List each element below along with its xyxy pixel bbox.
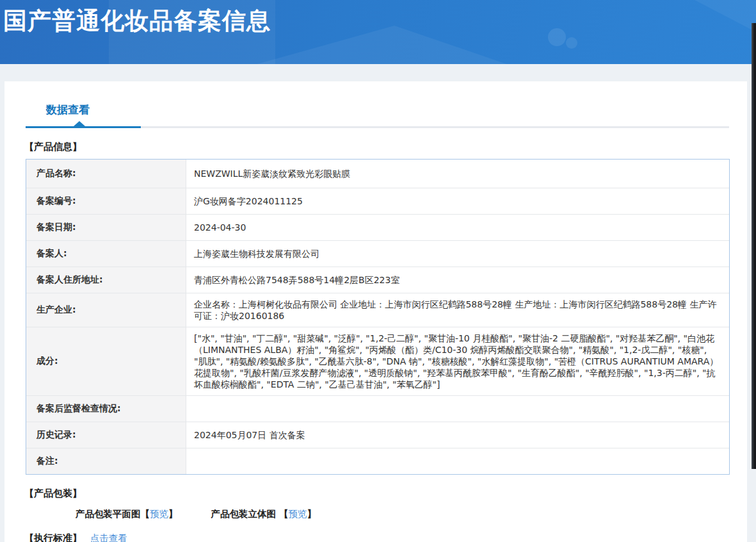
table-row: 备注: — [26, 448, 729, 474]
tab-data-view[interactable]: 数据查看 — [46, 103, 90, 117]
section-title-standard: 【执行标准】 — [24, 532, 82, 542]
packaging-line: 产品包装平面图【预览】产品包装立体图 【预览】 — [76, 508, 747, 520]
table-row: 生产企业: 企业名称：上海柯树化妆品有限公司 企业地址：上海市闵行区纪鹤路588… — [26, 293, 729, 327]
row-label: 备案人: — [26, 241, 186, 267]
scrollbar-thumb[interactable] — [752, 23, 756, 469]
header-decoration-dot — [566, 37, 577, 49]
row-value: ["水", "甘油", "丁二醇", "甜菜碱", "泛醇", "1,2-己二醇… — [186, 327, 729, 395]
header-decoration — [654, 0, 756, 32]
row-value: 企业名称：上海柯树化妆品有限公司 企业地址：上海市闵行区纪鹤路588号28幢 生… — [186, 293, 729, 327]
row-label: 成分: — [26, 327, 186, 395]
row-label: 备案人住所地址: — [26, 267, 186, 293]
product-info-table: 产品名称: NEWZWILL新姿葳淡纹紧致光彩眼贴膜 备案编号: 沪G妆网备字2… — [26, 159, 730, 475]
page-header: 国产普通化妆品备案信息 — [0, 0, 756, 64]
table-row: 备案编号: 沪G妆网备字2024011125 — [26, 188, 729, 214]
packaging-stereo-label: 产品包装立体图 — [211, 509, 280, 519]
row-value: 2024年05月07日 首次备案 — [186, 422, 729, 448]
tab-bar: 数据查看 — [4, 103, 747, 117]
bracket-open: 【 — [141, 509, 150, 519]
row-label: 产品名称: — [26, 160, 186, 188]
row-value: 青浦区外青松公路7548弄588号14幢2层B区223室 — [186, 267, 729, 293]
section-title-product-info: 【产品信息】 — [24, 141, 747, 153]
row-label: 历史记录: — [26, 422, 186, 448]
tab-active-indicator — [26, 126, 141, 128]
standard-view-link[interactable]: 点击查看 — [90, 533, 127, 542]
section-title-packaging: 【产品包装】 — [24, 488, 747, 500]
tab-indicator-triangle — [74, 121, 85, 126]
table-row: 成分: ["水", "甘油", "丁二醇", "甜菜碱", "泛醇", "1,2… — [26, 327, 729, 395]
packaging-flat-preview-link[interactable]: 预览 — [150, 509, 168, 519]
page-title: 国产普通化妆品备案信息 — [3, 5, 271, 37]
content-card: 数据查看 【产品信息】 产品名称: NEWZWILL新姿葳淡纹紧致光彩眼贴膜 备… — [4, 81, 747, 542]
packaging-stereo-preview-link[interactable]: 预览 — [289, 509, 307, 519]
table-row: 备案人: 上海姿葳生物科技发展有限公司 — [26, 240, 729, 267]
bracket-open: 【 — [279, 509, 289, 519]
row-label: 备案日期: — [26, 215, 186, 240]
table-row: 历史记录: 2024年05月07日 首次备案 — [26, 422, 729, 448]
standard-line: 【执行标准】点击查看 — [24, 532, 747, 542]
bracket-close: 】 — [168, 509, 178, 519]
row-value — [186, 396, 729, 422]
row-label: 备注: — [26, 448, 186, 474]
row-label: 备案编号: — [26, 188, 186, 214]
tab-underline — [26, 126, 729, 128]
table-row: 备案后监督检查情况: — [26, 395, 729, 422]
packaging-flat-label: 产品包装平面图 — [76, 509, 141, 519]
table-row: 产品名称: NEWZWILL新姿葳淡纹紧致光彩眼贴膜 — [26, 160, 729, 188]
row-value — [186, 448, 729, 474]
header-decoration-dot — [548, 28, 566, 46]
row-label: 生产企业: — [26, 293, 186, 327]
row-value: 2024-04-30 — [186, 215, 729, 240]
row-value: NEWZWILL新姿葳淡纹紧致光彩眼贴膜 — [186, 160, 729, 188]
row-label: 备案后监督检查情况: — [26, 396, 186, 422]
row-value: 上海姿葳生物科技发展有限公司 — [186, 241, 729, 267]
table-row: 备案人住所地址: 青浦区外青松公路7548弄588号14幢2层B区223室 — [26, 267, 729, 293]
bracket-close: 】 — [307, 509, 317, 519]
row-value: 沪G妆网备字2024011125 — [186, 188, 729, 214]
table-row: 备案日期: 2024-04-30 — [26, 214, 729, 240]
